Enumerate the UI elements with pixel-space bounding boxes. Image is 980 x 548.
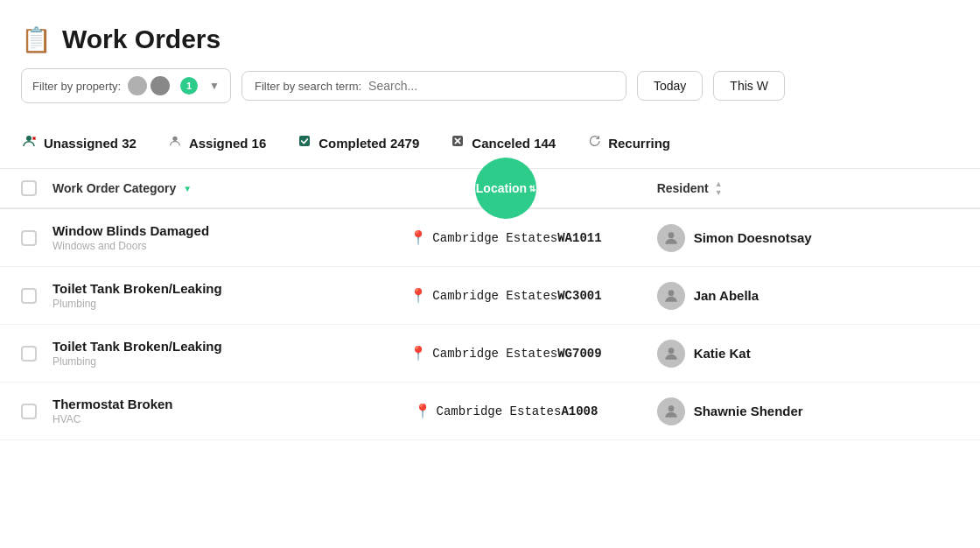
table-row[interactable]: Thermostat Broken HVAC 📍 Cambridge Estat… — [0, 383, 980, 440]
svg-point-11 — [668, 405, 674, 411]
location-text-2: Cambridge EstatesWG7009 — [432, 347, 601, 361]
resident-avatar-3 — [657, 397, 685, 425]
status-canceled[interactable]: Canceled 144 — [451, 129, 573, 157]
row-category-1: Toilet Tank Broken/Leaking Plumbing — [52, 281, 354, 310]
row-check-1 — [21, 288, 52, 304]
row-location-2: 📍 Cambridge EstatesWG7009 — [354, 345, 656, 362]
category-title-0: Window Blinds Damaged — [52, 223, 354, 238]
table-row[interactable]: Window Blinds Damaged Windows and Doors … — [0, 209, 980, 267]
work-orders-icon: 📋 — [21, 25, 52, 54]
svg-point-3 — [172, 137, 177, 141]
resident-name-0: Simon Doesnotsay — [694, 230, 812, 245]
resident-header-label: Resident ▲▼ — [657, 179, 723, 197]
resident-name-1: Jan Abella — [694, 288, 759, 303]
assigned-icon — [168, 134, 182, 151]
filter-property-label: Filter by property: — [32, 80, 121, 93]
filter-search-container: Filter by search term: — [242, 71, 626, 101]
filter-search-label: Filter by search term: — [255, 80, 361, 93]
location-text-0: Cambridge EstatesWA1011 — [432, 231, 601, 245]
today-button[interactable]: Today — [637, 71, 703, 101]
row-resident-0: Simon Doesnotsay — [657, 224, 959, 252]
category-title-3: Thermostat Broken — [52, 397, 354, 411]
svg-point-10 — [668, 348, 674, 354]
row-checkbox-1[interactable] — [21, 288, 37, 304]
filter-property-dropdown[interactable]: Filter by property: 1 ▼ — [21, 68, 231, 103]
resident-name-2: Katie Kat — [694, 346, 751, 361]
row-category-3: Thermostat Broken HVAC — [52, 397, 354, 425]
row-resident-3: Shawnie Shender — [657, 397, 959, 425]
search-input[interactable] — [368, 79, 613, 93]
location-text-1: Cambridge EstatesWC3001 — [432, 289, 601, 303]
category-title-2: Toilet Tank Broken/Leaking — [52, 339, 354, 354]
resident-avatar-1 — [657, 282, 685, 310]
row-location-3: 📍 Cambridge EstatesA1008 — [354, 403, 656, 419]
location-pin-3: 📍 — [414, 403, 431, 419]
table-row[interactable]: Toilet Tank Broken/Leaking Plumbing 📍 Ca… — [0, 325, 980, 383]
page-header: 📋 Work Orders — [0, 0, 980, 68]
location-pin-2: 📍 — [410, 345, 427, 362]
svg-point-8 — [668, 232, 674, 238]
recurring-label: Recurring — [608, 136, 670, 151]
row-check-0 — [21, 230, 52, 246]
location-highlight-circle: Location ⇅ — [475, 158, 536, 219]
canceled-label: Canceled 144 — [472, 136, 556, 151]
filter-badge: 1 — [180, 77, 198, 95]
header-category[interactable]: Work Order Category ▼ — [52, 181, 354, 195]
category-filter-arrow: ▼ — [183, 184, 192, 193]
toolbar: Filter by property: 1 ▼ Filter by search… — [0, 68, 980, 117]
row-check-2 — [21, 346, 52, 362]
assigned-label: Assigned 16 — [189, 136, 266, 151]
svg-point-9 — [668, 290, 674, 296]
category-sub-3: HVAC — [52, 413, 354, 425]
row-location-0: 📍 Cambridge EstatesWA1011 — [354, 229, 656, 246]
row-resident-1: Jan Abella — [657, 282, 959, 310]
completed-icon — [298, 134, 312, 151]
resident-avatar-0 — [657, 224, 685, 252]
avatar-2 — [150, 76, 170, 95]
unassigned-icon — [21, 133, 37, 152]
row-check-3 — [21, 404, 52, 419]
header-location[interactable]: Location Location ⇅ — [354, 181, 656, 195]
header-resident[interactable]: Resident ▲▼ — [657, 179, 959, 197]
row-category-2: Toilet Tank Broken/Leaking Plumbing — [52, 339, 354, 368]
location-text-3: Cambridge EstatesA1008 — [437, 404, 598, 418]
table-header: Work Order Category ▼ Location Location … — [0, 169, 980, 209]
header-check-col — [21, 180, 52, 196]
location-pin-1: 📍 — [410, 287, 427, 304]
svg-point-0 — [26, 136, 32, 141]
completed-label: Completed 2479 — [318, 136, 419, 151]
resident-sort-icon: ▲▼ — [715, 179, 723, 197]
property-avatars — [128, 76, 170, 95]
row-location-1: 📍 Cambridge EstatesWC3001 — [354, 287, 656, 304]
work-orders-page: 📋 Work Orders Filter by property: 1 ▼ Fi… — [0, 0, 980, 548]
unassigned-label: Unassigned 32 — [44, 136, 136, 151]
this-week-button[interactable]: This W — [713, 71, 785, 101]
chevron-down-icon: ▼ — [209, 80, 220, 92]
category-header-label: Work Order Category ▼ — [52, 181, 354, 195]
category-sub-1: Plumbing — [52, 298, 354, 310]
row-category-0: Window Blinds Damaged Windows and Doors — [52, 223, 354, 252]
row-checkbox-0[interactable] — [21, 230, 37, 246]
status-recurring[interactable]: Recurring — [587, 129, 688, 157]
category-sub-0: Windows and Doors — [52, 240, 354, 252]
svg-rect-4 — [299, 136, 310, 146]
row-resident-2: Katie Kat — [657, 340, 959, 368]
page-title: Work Orders — [62, 25, 220, 54]
category-sub-2: Plumbing — [52, 355, 354, 368]
canceled-icon — [451, 134, 465, 151]
resident-avatar-2 — [657, 340, 685, 368]
table-body: Window Blinds Damaged Windows and Doors … — [0, 209, 980, 440]
resident-name-3: Shawnie Shender — [694, 404, 803, 418]
location-pin-0: 📍 — [410, 229, 427, 246]
table-row[interactable]: Toilet Tank Broken/Leaking Plumbing 📍 Ca… — [0, 267, 980, 325]
row-checkbox-3[interactable] — [21, 404, 37, 419]
row-checkbox-2[interactable] — [21, 346, 37, 362]
recurring-icon — [587, 134, 601, 151]
status-unassigned[interactable]: Unassigned 32 — [21, 128, 154, 158]
avatar-1 — [128, 76, 147, 95]
location-sort-icon: ⇅ — [528, 184, 536, 193]
select-all-checkbox[interactable] — [21, 180, 37, 196]
status-assigned[interactable]: Assigned 16 — [168, 129, 284, 157]
category-title-1: Toilet Tank Broken/Leaking — [52, 281, 354, 296]
status-completed[interactable]: Completed 2479 — [298, 129, 437, 157]
